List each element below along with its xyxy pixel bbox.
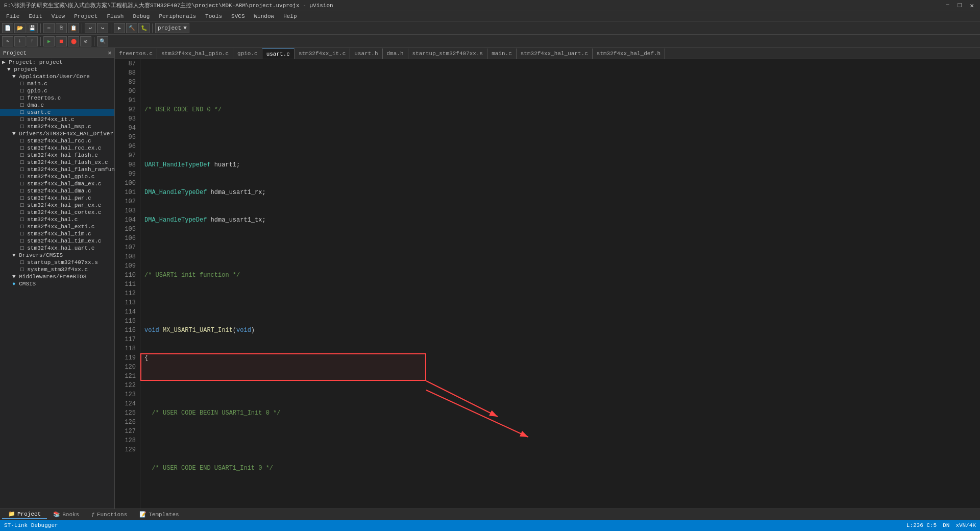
- tab-usart-h[interactable]: usart.h: [350, 49, 382, 59]
- sidebar-item-app-core[interactable]: ▼ Application/User/Core: [0, 73, 114, 80]
- file-icon: □: [20, 216, 24, 223]
- sidebar-item-stm32f4xx-it-c[interactable]: □ stm32f4xx_it.c: [0, 116, 114, 123]
- folder-open-icon: ▼: [12, 74, 16, 80]
- file-icon: □: [20, 159, 24, 165]
- tab-stm32f4xx-hal-def-h[interactable]: stm32f4xx_hal_def.h: [593, 49, 665, 59]
- file-icon: □: [20, 81, 24, 87]
- copy-button[interactable]: ⎘: [56, 23, 67, 33]
- step-over-button[interactable]: ↷: [2, 36, 13, 46]
- menu-item-flash[interactable]: Flash: [103, 12, 128, 20]
- sidebar-item-hal-flash-ex-c[interactable]: □ stm32f4xx_hal_flash_ex.c: [0, 159, 114, 166]
- bottom-tab-label: Templates: [149, 512, 179, 518]
- paste-button[interactable]: 📋: [68, 23, 79, 33]
- clear-breakpoints-button[interactable]: ⊘: [80, 36, 91, 46]
- sidebar-item-drivers-cmsis[interactable]: ▼ Drivers/CMSIS: [0, 252, 114, 259]
- sidebar-item-hal-flash-c[interactable]: □ stm32f4xx_hal_flash.c: [0, 152, 114, 159]
- sidebar-item-hal-flash-ramfunc-c[interactable]: □ stm32f4xx_hal_flash_ramfunc.c: [0, 166, 114, 173]
- run-button[interactable]: ▶: [43, 36, 55, 46]
- bottom-tab-label: Project: [17, 511, 41, 517]
- cut-button[interactable]: ✂: [43, 23, 55, 33]
- sidebar-item-gpio-c[interactable]: □ gpio.c: [0, 87, 114, 94]
- zoom-button[interactable]: 🔍: [97, 36, 108, 46]
- sidebar-item-stm32f4xx-hal-msp-c[interactable]: □ stm32f4xx_hal_msp.c: [0, 123, 114, 130]
- rebuild-button[interactable]: 🔨: [126, 23, 137, 33]
- breakpoint-button[interactable]: ⬤: [68, 36, 79, 46]
- sidebar-item-hal-rcc-c[interactable]: □ stm32f4xx_hal_rcc.c: [0, 137, 114, 144]
- menu-item-window[interactable]: Window: [250, 12, 279, 20]
- undo-button[interactable]: ↩: [85, 23, 96, 33]
- menu-item-file[interactable]: File: [2, 12, 23, 20]
- sidebar-item-label: stm32f4xx_hal_msp.c: [27, 124, 91, 130]
- save-button[interactable]: 💾: [27, 23, 38, 33]
- sidebar-item-hal-tim-ex-c[interactable]: □ stm32f4xx_hal_tim_ex.c: [0, 237, 114, 245]
- sidebar-item-hal-rcc-ex-c[interactable]: □ stm32f4xx_hal_rcc_ex.c: [0, 144, 114, 152]
- statusbar-right: L:236 C:5 DN xVN/4K: [906, 522, 976, 528]
- step-out-button[interactable]: ↑: [27, 36, 38, 46]
- menu-item-project[interactable]: Project: [70, 12, 102, 20]
- menu-item-debug[interactable]: Debug: [129, 12, 154, 20]
- sidebar-item-hal-tim-c[interactable]: □ stm32f4xx_hal_tim.c: [0, 230, 114, 237]
- tab-stm32f4xx-it-c[interactable]: stm32f4xx_it.c: [295, 49, 350, 59]
- build-button[interactable]: ▶: [114, 23, 125, 33]
- stop-button[interactable]: ⏹: [56, 36, 67, 46]
- sidebar-item-hal-pwr-c[interactable]: □ stm32f4xx_hal_pwr.c: [0, 195, 114, 202]
- tab-dma-h[interactable]: dma.h: [383, 49, 408, 59]
- sidebar-item-hal-uart-c[interactable]: □ stm32f4xx_hal_uart.c: [0, 245, 114, 252]
- sidebar-item-freertos-c[interactable]: □ freertos.c: [0, 94, 114, 102]
- sidebar-item-project-root[interactable]: ▶ Project: project: [0, 58, 114, 66]
- sidebar-item-hal-c[interactable]: □ stm32f4xx_hal.c: [0, 216, 114, 223]
- sidebar-item-label: CMSIS: [19, 281, 36, 287]
- sidebar-item-label: gpio.c: [27, 88, 47, 94]
- tab-startup-s[interactable]: startup_stm32f407xx.s: [408, 49, 488, 59]
- menu-item-help[interactable]: Help: [279, 12, 301, 20]
- menu-item-edit[interactable]: Edit: [24, 12, 46, 20]
- sidebar-item-cmsis[interactable]: ♦ CMSIS: [0, 280, 114, 287]
- code-editor[interactable]: 87 88 89 90 91 92 93 94 95 96 97 98 99 1…: [115, 59, 980, 509]
- tab-freertos-c[interactable]: freertos.c: [115, 49, 157, 59]
- window-controls: − □ ✕: [944, 2, 976, 10]
- code-line-88: /* USER CODE END 0 */: [144, 105, 976, 114]
- bottom-tab-project[interactable]: 📁 Project: [2, 510, 47, 519]
- target-dropdown[interactable]: project ▼: [155, 23, 189, 33]
- tab-label: main.c: [492, 51, 512, 57]
- bottom-tab-templates[interactable]: 📝 Templates: [133, 510, 185, 519]
- menu-item-view[interactable]: View: [47, 12, 69, 20]
- tab-usart-c[interactable]: usart.c: [262, 49, 295, 59]
- sidebar-item-hal-dma-ex-c[interactable]: □ stm32f4xx_hal_dma_ex.c: [0, 180, 114, 187]
- sidebar-item-project[interactable]: ▼ project: [0, 66, 114, 73]
- tab-stm32f4xx-hal-gpio-c[interactable]: stm32f4xx_hal_gpio.c: [157, 49, 233, 59]
- sidebar-item-hal-cortex-c[interactable]: □ stm32f4xx_hal_cortex.c: [0, 209, 114, 216]
- close-button[interactable]: ✕: [968, 2, 976, 10]
- step-into-button[interactable]: ↓: [14, 36, 26, 46]
- file-icon: □: [20, 267, 24, 273]
- sidebar-item-system-c[interactable]: □ system_stm32f4xx.c: [0, 266, 114, 273]
- sidebar-close-icon[interactable]: ✕: [108, 50, 111, 56]
- menu-item-peripherals[interactable]: Peripherals: [155, 12, 200, 20]
- tab-main-c[interactable]: main.c: [487, 49, 517, 59]
- bottom-tab-books[interactable]: 📚 Books: [47, 510, 85, 519]
- functions-tab-icon: ƒ: [91, 512, 95, 518]
- sidebar-item-startup-s[interactable]: □ startup_stm32f407xx.s: [0, 259, 114, 266]
- new-button[interactable]: 📄: [2, 23, 13, 33]
- sidebar-item-hal-pwr-ex-c[interactable]: □ stm32f4xx_hal_pwr_ex.c: [0, 202, 114, 209]
- sidebar-item-main-c[interactable]: □ main.c: [0, 80, 114, 87]
- sidebar-header: Project ✕: [0, 48, 114, 58]
- bottom-tab-functions[interactable]: ƒ Functions: [85, 511, 133, 519]
- minimize-button[interactable]: −: [944, 2, 952, 10]
- sidebar-item-label: stm32f4xx_hal_dma_ex.c: [27, 181, 101, 187]
- open-button[interactable]: 📂: [14, 23, 26, 33]
- sidebar-item-usart-c[interactable]: □ usart.c: [0, 109, 114, 116]
- sidebar-item-hal-dma-c[interactable]: □ stm32f4xx_hal_dma.c: [0, 187, 114, 195]
- redo-button[interactable]: ↪: [97, 23, 108, 33]
- sidebar-item-drivers-hal[interactable]: ▼ Drivers/STM32F4xx_HAL_Driver: [0, 130, 114, 137]
- menu-item-tools[interactable]: Tools: [201, 12, 226, 20]
- tab-stm32f4xx-hal-uart-c[interactable]: stm32f4xx_hal_uart.c: [517, 49, 593, 59]
- menu-item-svcs[interactable]: SVCS: [227, 12, 249, 20]
- sidebar-item-dma-c[interactable]: □ dma.c: [0, 102, 114, 109]
- sidebar-item-hal-gpio-c[interactable]: □ stm32f4xx_hal_gpio.c: [0, 173, 114, 180]
- debug-button[interactable]: 🐛: [138, 23, 150, 33]
- tab-gpio-c[interactable]: gpio.c: [233, 49, 262, 59]
- sidebar-item-hal-exti-c[interactable]: □ stm32f4xx_hal_exti.c: [0, 223, 114, 230]
- maximize-button[interactable]: □: [955, 2, 964, 10]
- sidebar-item-middlewares-freertos[interactable]: ▼ Middlewares/FreeRTOS: [0, 273, 114, 280]
